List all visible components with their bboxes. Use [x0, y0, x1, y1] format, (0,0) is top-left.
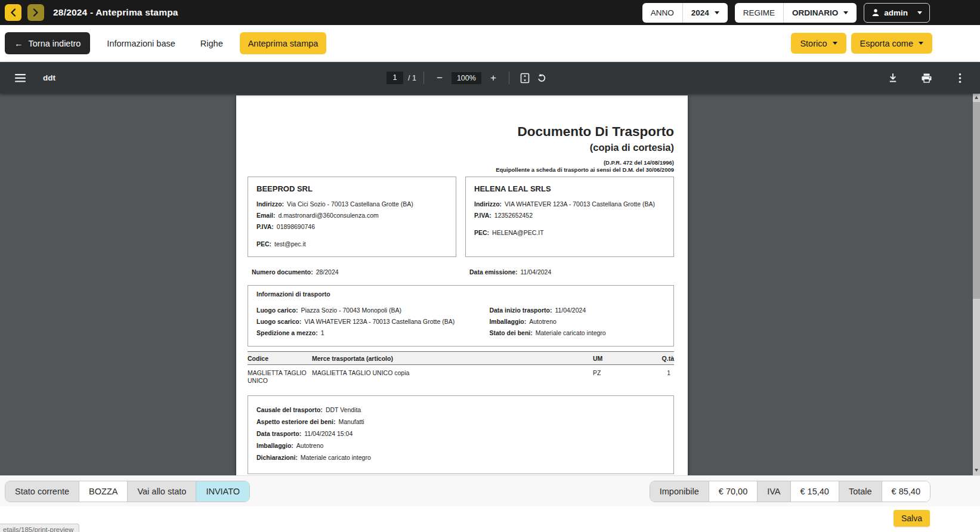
fit-to-page-button[interactable] — [517, 70, 533, 86]
imponibile-value: € 70,00 — [709, 481, 757, 502]
luogo-scarico: Luogo scarico:VIA WHATEVER 123A - 70013 … — [256, 318, 489, 325]
field-label: Stato dei beni: — [489, 329, 532, 336]
hamburger-icon — [15, 74, 26, 82]
regime-label: REGIME — [735, 3, 783, 23]
field-value: Via Cici Sozio - 70013 Castellana Grotte… — [287, 200, 413, 208]
field-label: Indirizzo: — [474, 200, 502, 208]
field-label: Imballaggio: — [489, 318, 526, 325]
field-value: Autotreno — [529, 318, 557, 325]
field-value: d.mastronardi@360consulenza.com — [279, 212, 379, 219]
tab-informazioni-base[interactable]: Informazioni base — [98, 32, 183, 54]
recipient-piva: P.IVA:12352652452 — [474, 212, 665, 219]
parties-row: BEEPROD SRL Indirizzo:Via Cici Sozio - 7… — [248, 177, 674, 257]
inviato-state-button[interactable]: INVIATO — [196, 481, 249, 502]
anno-value: 2024 — [691, 8, 709, 17]
zoom-in-button[interactable]: + — [485, 70, 502, 86]
fit-page-icon — [520, 73, 530, 83]
tab-label: Anteprima stampa — [248, 39, 319, 48]
anno-dropdown[interactable]: 2024 — [682, 3, 728, 23]
page-number-input[interactable]: 1 — [387, 72, 403, 84]
field-label: Dichiarazioni: — [256, 454, 298, 461]
aspetto-esteriore: Aspetto esteriore dei beni:Manufatti — [256, 418, 665, 425]
cell-codice: MAGLIETTA TAGLIO UNICO — [248, 365, 312, 390]
pdf-toolbar-actions — [885, 70, 968, 86]
rotate-button[interactable] — [533, 70, 550, 86]
user-menu-button[interactable]: admin — [864, 3, 930, 23]
field-label: Aspetto esteriore dei beni: — [256, 418, 335, 425]
link-url-preview: etails/185/print-preview — [0, 524, 79, 532]
field-value: 1 — [321, 329, 324, 336]
pdf-menu-button[interactable] — [12, 70, 29, 86]
tab-label: Informazioni base — [107, 39, 175, 48]
esporta-label: Esporta come — [860, 39, 913, 48]
table-row: MAGLIETTA TAGLIO UNICO MAGLIETTA TAGLIO … — [248, 365, 674, 390]
caret-down-icon — [715, 11, 719, 14]
esporta-come-dropdown-button[interactable]: Esporta come — [851, 33, 932, 54]
field-label: Data emissione: — [469, 268, 518, 276]
iva-value: € 15,40 — [790, 481, 839, 502]
field-value: 01898690746 — [277, 223, 315, 230]
user-name: admin — [884, 8, 908, 17]
nav-previous-button[interactable] — [5, 4, 21, 21]
field-value: Manufatti — [338, 418, 364, 425]
storico-label: Storico — [800, 39, 827, 48]
download-button[interactable] — [885, 70, 901, 86]
viewer-scrollbar[interactable] — [973, 94, 980, 475]
items-table: Codice Merce trasportata (articolo) UM Q… — [248, 351, 674, 390]
vai-allo-stato-label: Vai allo stato — [127, 481, 196, 502]
field-label: PEC: — [256, 240, 271, 248]
zoom-out-button[interactable]: − — [431, 70, 448, 86]
field-label: Imballaggio: — [256, 442, 293, 449]
caret-down-icon — [843, 11, 848, 14]
anno-label: ANNO — [642, 3, 682, 23]
storico-dropdown-button[interactable]: Storico — [791, 33, 846, 54]
field-value: 12352652452 — [494, 212, 533, 219]
document-nav-bar: ← Torna indietro Informazioni base Righe… — [0, 25, 980, 62]
col-header-merce: Merce trasportata (articolo) — [312, 351, 593, 365]
field-value: HELENA@PEC.IT — [492, 229, 544, 236]
totale-value: € 85,40 — [882, 481, 930, 502]
stato-dei-beni: Stato dei beni:Materiale caricato integr… — [489, 329, 665, 336]
field-value: Materiale caricato integro — [536, 329, 606, 336]
causale-imballaggio: Imballaggio:Autotreno — [256, 442, 665, 449]
triangle-up-icon — [975, 96, 978, 99]
scroll-down-arrow[interactable] — [973, 466, 980, 474]
document-title: Documento Di Trasporto — [248, 124, 674, 140]
field-value: VIA WHATEVER 123A - 70013 Castellana Gro… — [304, 318, 455, 325]
field-value: Autotreno — [296, 442, 324, 449]
scroll-up-arrow[interactable] — [973, 94, 980, 101]
tab-righe[interactable]: Righe — [192, 32, 231, 54]
transport-info-title: Informazioni di trasporto — [256, 290, 665, 298]
more-options-button[interactable] — [951, 70, 968, 86]
document-subtitle: (copia di cortesia) — [248, 142, 674, 153]
scrollbar-thumb[interactable] — [973, 102, 980, 299]
printer-icon — [921, 73, 932, 83]
print-button[interactable] — [918, 70, 935, 86]
nav-next-button[interactable] — [27, 4, 44, 21]
dichiarazioni: Dichiarazioni:Materiale caricato integro — [256, 454, 665, 461]
chevron-left-icon — [10, 8, 16, 17]
causale-box: Causale del trasporto:DDT Vendita Aspett… — [248, 395, 674, 474]
sender-indirizzo: Indirizzo:Via Cici Sozio - 70013 Castell… — [256, 200, 447, 208]
regime-dropdown[interactable]: ORDINARIO — [783, 3, 857, 23]
col-header-um: UM — [593, 351, 651, 365]
imballaggio: Imballaggio:Autotreno — [489, 318, 665, 325]
pdf-viewer-area: Documento Di Trasporto (copia di cortesi… — [0, 94, 980, 475]
sender-box: BEEPROD SRL Indirizzo:Via Cici Sozio - 7… — [248, 177, 456, 257]
state-control-group: Stato corrente BOZZA Vai allo stato INVI… — [5, 481, 250, 502]
save-button[interactable]: Salva — [894, 510, 930, 527]
triangle-down-icon — [975, 469, 978, 472]
transport-info-left: Luogo carico:Piazza Sozio - 70043 Monopo… — [256, 302, 489, 341]
tab-anteprima-stampa[interactable]: Anteprima stampa — [240, 32, 327, 54]
spedizione-a-mezzo: Spedizione a mezzo:1 — [256, 329, 489, 336]
field-value: 11/04/2024 15:04 — [304, 430, 353, 437]
field-label: PEC: — [474, 229, 489, 236]
plus-icon: + — [490, 72, 496, 84]
data-trasporto: Data trasporto:11/04/2024 15:04 — [256, 430, 665, 437]
field-label: Luogo scarico: — [256, 318, 301, 325]
back-button[interactable]: ← Torna indietro — [5, 32, 90, 54]
status-bar: Stato corrente BOZZA Vai allo stato INVI… — [0, 475, 980, 506]
transport-info-right: Data inizio trasporto:11/04/2024 Imballa… — [489, 302, 665, 341]
luogo-carico: Luogo carico:Piazza Sozio - 70043 Monopo… — [256, 307, 489, 314]
field-value: VIA WHATEVER 123A - 70013 Castellana Gro… — [505, 200, 655, 208]
